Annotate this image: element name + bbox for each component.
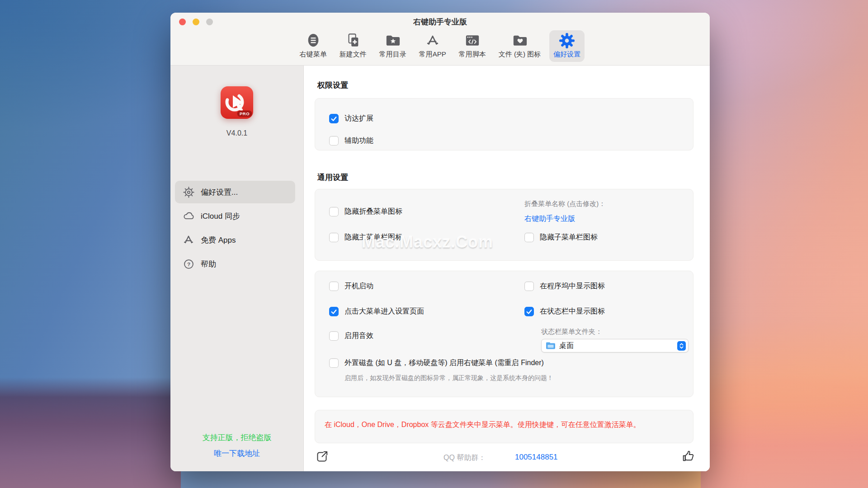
sidebar-item-label: 偏好设置... <box>201 187 238 197</box>
qq-group-label: QQ 帮助群： <box>443 453 486 463</box>
checkbox-label: 访达扩展 <box>344 114 373 123</box>
checkbox[interactable] <box>329 136 339 145</box>
checkbox-label: 隐藏子菜单栏图标 <box>540 233 598 242</box>
folder-heart-icon <box>512 33 528 48</box>
window-chrome: 右键助手专业版 右键菜单 新建文件 常用目录 <box>170 13 710 66</box>
sidebar-item-help[interactable]: ? 帮助 <box>175 253 295 275</box>
checkbox-row-show-statusbar-icon[interactable]: 在状态栏中显示图标 <box>524 307 605 316</box>
checkbox[interactable] <box>329 114 339 123</box>
window-body: PRO V4.0.1 偏好设置... iCloud 同步 <box>170 66 710 471</box>
footer-bar: QQ 帮助群： 1005148851 <box>304 445 710 471</box>
checkbox-row-launch-at-login[interactable]: 开机启动 <box>329 282 373 291</box>
general-header: 通用设置 <box>317 173 348 183</box>
folder-star-icon <box>385 33 401 48</box>
app-store-icon <box>182 234 195 246</box>
gear-icon <box>182 186 195 198</box>
checkbox-row-hide-fold-menu-icon[interactable]: 隐藏折叠菜单图标 <box>329 207 402 216</box>
toolbar-item-label: 文件 (夹) 图标 <box>499 50 541 59</box>
fold-menu-name-link[interactable]: 右键助手专业版 <box>524 214 575 224</box>
app-window: 右键助手专业版 右键菜单 新建文件 常用目录 <box>170 13 710 471</box>
checkbox-label: 外置磁盘 (如 U 盘，移动硬盘等) 启用右键菜单 (需重启 Finder) <box>344 358 544 368</box>
sidebar-item-label: 免费 Apps <box>201 235 236 245</box>
qq-group-number[interactable]: 1005148851 <box>515 453 558 462</box>
checkbox-label: 点击大菜单进入设置页面 <box>344 307 424 316</box>
selected-folder-value: 桌面 <box>559 341 677 351</box>
download-link[interactable]: 唯一下载地址 <box>170 448 303 459</box>
app-logo: PRO <box>170 86 303 119</box>
checkbox[interactable] <box>329 282 339 291</box>
behavior-panel: 开机启动 点击大菜单进入设置页面 启用音效 外置磁盘 (如 U 盘，移动硬盘等)… <box>315 271 693 397</box>
toolbar-item-file-icons[interactable]: 文件 (夹) 图标 <box>495 30 545 62</box>
context-menu-icon <box>305 33 321 48</box>
toolbar-item-label: 右键菜单 <box>300 50 327 59</box>
checkbox[interactable] <box>524 233 534 242</box>
permissions-header: 权限设置 <box>317 80 348 90</box>
toolbar-item-label: 偏好设置 <box>553 50 580 59</box>
checkbox[interactable] <box>329 233 339 242</box>
checkbox[interactable] <box>329 307 339 316</box>
help-icon: ? <box>182 258 195 270</box>
checkbox-label: 在程序坞中显示图标 <box>540 282 605 291</box>
sidebar-item-preferences[interactable]: 偏好设置... <box>175 181 295 203</box>
checkbox-label: 在状态栏中显示图标 <box>540 307 605 316</box>
sidebar-item-label: iCloud 同步 <box>201 211 240 221</box>
watermark: Mac.Macxz.Com <box>362 233 493 252</box>
toolbar-item-common-folders[interactable]: 常用目录 <box>375 30 410 62</box>
anti-piracy-text: 支持正版，拒绝盗版 <box>170 432 303 443</box>
toolbar-item-label: 常用目录 <box>379 50 406 59</box>
thumbs-up-icon[interactable] <box>681 450 695 464</box>
open-external-icon[interactable] <box>315 450 329 464</box>
gear-icon <box>559 33 575 48</box>
checkbox-row-hide-submenu-icon[interactable]: 隐藏子菜单栏图标 <box>524 233 598 242</box>
fold-menu-name-label: 折叠菜单名称 (点击修改)： <box>524 199 605 208</box>
toolbar-item-label: 常用APP <box>419 50 446 59</box>
external-disk-note: 启用后，如发现外置磁盘的图标异常，属正常现象，这是系统本身的问题！ <box>344 374 553 382</box>
checkbox-row-accessibility[interactable]: 辅助功能 <box>329 136 373 145</box>
checkbox-label: 开机启动 <box>344 282 373 291</box>
statusbar-folder-label: 状态栏菜单文件夹： <box>541 327 602 336</box>
new-file-icon <box>345 33 361 48</box>
sidebar-item-icloud-sync[interactable]: iCloud 同步 <box>175 205 295 227</box>
toolbar-item-label: 常用脚本 <box>459 50 486 59</box>
statusbar-folder-select[interactable]: 桌面 <box>541 339 689 352</box>
svg-text:PRO: PRO <box>240 111 250 116</box>
toolbar-item-common-scripts[interactable]: 常用脚本 <box>455 30 490 62</box>
checkbox-row-finder-extension[interactable]: 访达扩展 <box>329 114 373 123</box>
toolbar: 右键菜单 新建文件 常用目录 常用APP <box>170 30 710 62</box>
notice-panel: 在 iCloud，One Drive，Dropbox 等云盘文件夹中显示菜单。使… <box>315 410 693 443</box>
checkbox-row-big-menu-settings[interactable]: 点击大菜单进入设置页面 <box>329 307 424 316</box>
checkbox-row-show-dock-icon[interactable]: 在程序坞中显示图标 <box>524 282 605 291</box>
main-content: 权限设置 访达扩展 辅助功能 通用设置 隐藏折叠菜单图标 <box>304 66 710 471</box>
toolbar-item-context-menu[interactable]: 右键菜单 <box>296 30 331 62</box>
checkbox-label: 辅助功能 <box>344 136 373 145</box>
checkbox[interactable] <box>524 282 534 291</box>
checkbox[interactable] <box>524 307 534 316</box>
toolbar-item-new-file[interactable]: 新建文件 <box>335 30 371 62</box>
app-store-icon <box>425 33 441 48</box>
permissions-panel: 访达扩展 辅助功能 <box>315 98 693 150</box>
toolbar-item-label: 新建文件 <box>340 50 367 59</box>
svg-text:?: ? <box>187 261 190 267</box>
app-version: V4.0.1 <box>170 129 303 137</box>
checkbox[interactable] <box>329 207 339 216</box>
sidebar: PRO V4.0.1 偏好设置... iCloud 同步 <box>170 66 304 471</box>
sidebar-nav: 偏好设置... iCloud 同步 免费 Apps ? <box>175 181 295 277</box>
general-panel: 隐藏折叠菜单图标 隐藏主菜单栏图标 折叠菜单名称 (点击修改)： 右键助手专业版… <box>315 189 693 261</box>
checkbox[interactable] <box>329 358 339 368</box>
toolbar-item-preferences[interactable]: 偏好设置 <box>549 30 585 62</box>
cloud-icon <box>182 210 195 222</box>
checkbox-row-external-disk[interactable]: 外置磁盘 (如 U 盘，移动硬盘等) 启用右键菜单 (需重启 Finder) <box>329 358 544 368</box>
toolbar-item-common-apps[interactable]: 常用APP <box>415 30 450 62</box>
checkbox-row-sound-effects[interactable]: 启用音效 <box>329 331 373 341</box>
script-window-icon <box>464 33 481 48</box>
checkbox-label: 启用音效 <box>344 331 373 341</box>
desktop-folder-icon <box>546 342 556 350</box>
window-title: 右键助手专业版 <box>170 17 710 27</box>
checkbox-label: 隐藏折叠菜单图标 <box>344 207 402 216</box>
sidebar-item-label: 帮助 <box>201 259 216 269</box>
checkbox[interactable] <box>329 331 339 341</box>
notice-text: 在 iCloud，One Drive，Dropbox 等云盘文件夹中显示菜单。使… <box>325 418 683 431</box>
dropdown-stepper-icon[interactable] <box>677 341 686 351</box>
sidebar-item-free-apps[interactable]: 免费 Apps <box>175 229 295 251</box>
